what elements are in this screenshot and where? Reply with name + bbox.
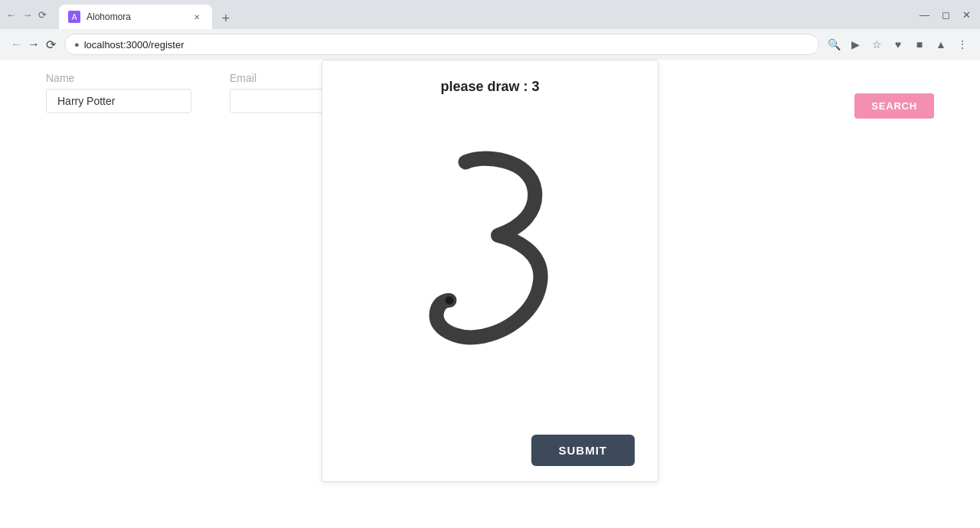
forward-button[interactable]: →: [26, 37, 41, 52]
tab-close-button[interactable]: ✕: [191, 11, 203, 23]
back-button[interactable]: ←: [9, 37, 24, 52]
name-field-group: Name: [46, 72, 199, 113]
chrome-back[interactable]: ←: [6, 9, 16, 21]
address-bar-row: ← → ⟳ ● localhost:3000/register 🔍 ▶ ☆ ♥ …: [0, 29, 980, 60]
browser-chrome: ← → ⟳ A Alohomora ✕ + ― ◻ ✕ ← → ⟳ ●: [0, 0, 980, 60]
address-bar[interactable]: ● localhost:3000/register: [64, 34, 819, 55]
modal-box: please draw : 3 SUBMIT: [322, 60, 658, 482]
lock-icon: ●: [74, 40, 80, 49]
window-controls-right: ― ◻ ✕: [916, 9, 974, 21]
tab-bar: ← → ⟳ A Alohomora ✕ + ― ◻ ✕: [0, 0, 980, 29]
new-tab-button[interactable]: +: [215, 8, 237, 29]
url-text: localhost:3000/register: [84, 39, 185, 51]
toolbar-right: 🔍 ▶ ☆ ♥ ■ ▲ ⋮: [825, 36, 971, 53]
name-input[interactable]: [46, 89, 191, 113]
submit-button[interactable]: SUBMIT: [531, 435, 635, 466]
bookmark-icon[interactable]: ☆: [868, 36, 885, 53]
modal-overlay: please draw : 3 SUBMIT: [0, 60, 980, 528]
tab-group: A Alohomora ✕ +: [59, 0, 913, 29]
restore-button[interactable]: ◻: [939, 9, 953, 21]
menu-icon[interactable]: ⋮: [954, 36, 971, 53]
page-content: Name Email Category for image SEARCH ple…: [0, 60, 980, 528]
window-controls: ← → ⟳: [6, 9, 53, 21]
nav-controls: ← → ⟳: [9, 37, 58, 52]
chrome-refresh[interactable]: ⟳: [38, 9, 47, 21]
modal-prompt: please draw : 3: [440, 79, 539, 95]
drawing-canvas[interactable]: [345, 107, 635, 429]
active-tab[interactable]: A Alohomora ✕: [59, 5, 212, 29]
cast-icon[interactable]: ▶: [847, 36, 864, 53]
close-button[interactable]: ✕: [959, 9, 974, 21]
svg-point-0: [446, 296, 454, 305]
tab-favicon: A: [68, 11, 80, 23]
chrome-fwd[interactable]: →: [22, 9, 32, 21]
extensions-icon[interactable]: ■: [911, 36, 928, 53]
profile-icon[interactable]: ♥: [890, 36, 906, 53]
search-button[interactable]: SEARCH: [854, 93, 934, 119]
zoom-icon[interactable]: 🔍: [825, 36, 842, 53]
tab-title-text: Alohomora: [87, 11, 185, 22]
reload-button[interactable]: ⟳: [43, 37, 58, 52]
name-label: Name: [46, 72, 199, 84]
save-icon[interactable]: ▲: [933, 36, 949, 53]
number-3-svg: [406, 138, 574, 398]
minimize-button[interactable]: ―: [916, 9, 933, 21]
